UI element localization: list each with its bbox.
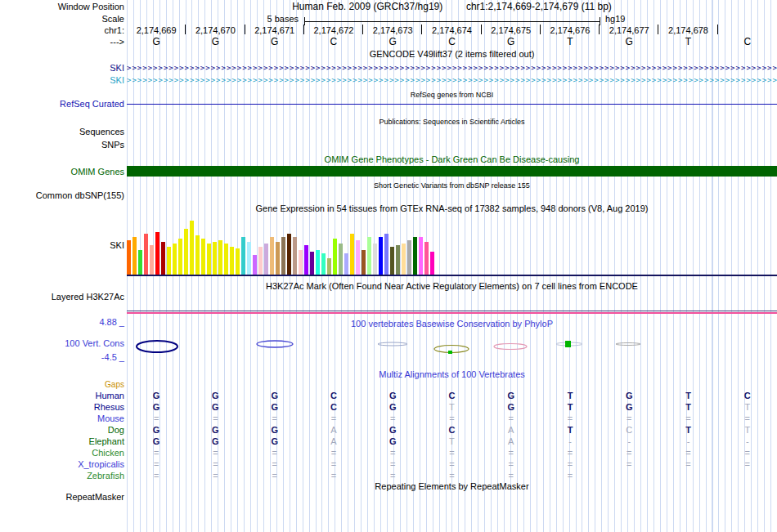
gtex-expression-bar[interactable] [184,229,188,275]
gtex-expression-bar[interactable] [339,244,343,275]
gene-transcript-ski[interactable]: >>>>>>>>>>>>>>>>>>>>>>>>>>>>>>>>>>>>>>>>… [127,62,777,74]
gtex-expression-bar[interactable] [424,242,429,275]
gtex-expression-bar[interactable] [241,237,245,275]
gene-transcript-ski[interactable]: >>>>>>>>>>>>>>>>>>>>>>>>>>>>>>>>>>>>>>>>… [127,74,777,87]
multiz-species-zebrafish[interactable]: Zebrafish [0,470,124,481]
ruler-base: C [422,36,481,47]
sequences-label[interactable]: Sequences [0,127,124,137]
ruler-base: G [482,36,541,47]
multiz-gaps-label[interactable]: Gaps [0,379,124,390]
gtex-expression-bar[interactable] [293,237,297,275]
gtex-expression-bar[interactable] [430,252,434,275]
gene-label-ski[interactable]: SKI [0,62,124,74]
gtex-bar-chart[interactable] [127,221,777,275]
omim-gene-bar[interactable] [127,166,777,177]
gtex-expression-bar[interactable] [356,240,360,275]
gtex-expression-bar[interactable] [155,232,159,275]
omim-genes-label[interactable]: OMIM Genes [0,167,124,177]
multiz-species-chicken[interactable]: Chicken [0,447,124,458]
gtex-expression-bar[interactable] [304,245,308,275]
gtex-expression-bar[interactable] [373,244,377,275]
multiz-base: = [304,470,363,481]
multiz-base: T [658,424,717,436]
gtex-expression-bar[interactable] [173,244,177,275]
gtex-expression-bar[interactable] [299,250,303,275]
gtex-expression-bar[interactable] [310,252,314,275]
gtex-expression-bar[interactable] [396,245,400,275]
gtex-expression-bar[interactable] [167,247,171,275]
multiz-base: = [541,458,600,470]
multiz-species-elephant[interactable]: Elephant [0,436,124,447]
multiz-base: T [658,390,717,401]
gtex-expression-bar[interactable] [327,258,331,275]
h3k27ac-signal-line[interactable] [127,312,777,314]
gtex-expression-bar[interactable] [264,244,268,275]
gtex-expression-bar[interactable] [144,234,148,275]
multiz-alignment-grid[interactable]: GGGCGCGTGTCGGGCGTGTGTT===========GGGAGCA… [127,390,777,481]
ruler-base: T [658,36,717,47]
gtex-expression-bar[interactable] [379,237,383,275]
gtex-expression-bar[interactable] [350,234,354,275]
gene-label-ski[interactable]: SKI [0,74,124,87]
gtex-expression-bar[interactable] [127,240,131,275]
gtex-expression-bar[interactable] [287,234,291,275]
ruler-bases: GGGCGCGTGTC [127,36,777,47]
multiz-species-dog[interactable]: Dog [0,424,124,436]
gtex-expression-bar[interactable] [224,244,228,275]
multiz-base: T [422,436,481,447]
gtex-expression-bar[interactable] [276,242,280,275]
multiz-base: C [304,401,363,413]
gtex-expression-bar[interactable] [321,253,326,275]
phylop-conservation-glyphs[interactable] [127,333,777,361]
multiz-base: = [541,413,600,424]
refseq-track-line[interactable] [127,104,777,105]
refseq-curated-label[interactable]: RefSeq Curated [0,99,124,110]
gtex-expression-bar[interactable] [230,247,234,275]
gtex-expression-bar[interactable] [247,242,251,275]
gtex-expression-bar[interactable] [384,234,388,275]
multiz-base: = [482,447,541,458]
gtex-expression-bar[interactable] [316,250,320,275]
multiz-base: G [127,436,186,447]
gtex-expression-bar[interactable] [132,237,137,275]
gtex-expression-bar[interactable] [150,245,154,275]
gtex-expression-bar[interactable] [270,237,274,275]
gtex-expression-bar[interactable] [201,239,205,275]
gtex-expression-bar[interactable] [419,237,423,275]
gtex-expression-bar[interactable] [236,248,240,275]
gtex-expression-bar[interactable] [333,239,337,275]
gtex-expression-bar[interactable] [258,247,263,275]
gtex-expression-bar[interactable] [281,237,285,275]
h3k27ac-label[interactable]: Layered H3K27Ac [0,292,124,302]
strand-label: ---> [0,37,124,47]
multiz-species-human[interactable]: Human [0,390,124,401]
gtex-expression-bar[interactable] [178,239,182,275]
gtex-expression-bar[interactable] [207,244,211,275]
gtex-expression-bar[interactable] [390,247,394,275]
multiz-species-rhesus[interactable]: Rhesus [0,401,124,413]
gtex-expression-bar[interactable] [138,250,142,275]
gtex-expression-bar[interactable] [161,242,165,275]
gtex-expression-bar[interactable] [195,235,200,275]
gtex-expression-bar[interactable] [213,242,217,275]
snps-label[interactable]: SNPs [0,140,124,150]
gtex-expression-bar[interactable] [402,244,406,275]
multiz-base: = [127,470,186,481]
gtex-expression-bar[interactable] [344,253,348,275]
gtex-expression-bar[interactable] [413,237,417,275]
scale-label: Scale [0,14,124,25]
phylop-track-label[interactable]: 100 Vert. Cons [0,338,124,349]
gtex-expression-bar[interactable] [362,250,366,275]
gtex-expression-bar[interactable] [407,240,411,275]
gtex-gene-label[interactable]: SKI [0,240,124,251]
multiz-base: = [422,413,481,424]
gtex-expression-bar[interactable] [218,240,222,275]
gtex-expression-bar[interactable] [190,221,194,275]
gencode-track[interactable]: >>>>>>>>>>>>>>>>>>>>>>>>>>>>>>>>>>>>>>>>… [127,62,777,87]
gtex-expression-bar[interactable] [367,237,371,275]
multiz-species-mouse[interactable]: Mouse [0,413,124,424]
dbsnp-label[interactable]: Common dbSNP(155) [0,190,124,201]
gtex-expression-bar[interactable] [253,255,257,275]
repeatmasker-label[interactable]: RepeatMasker [0,492,124,503]
multiz-species-x_tropicalis[interactable]: X_tropicalis [0,458,124,470]
